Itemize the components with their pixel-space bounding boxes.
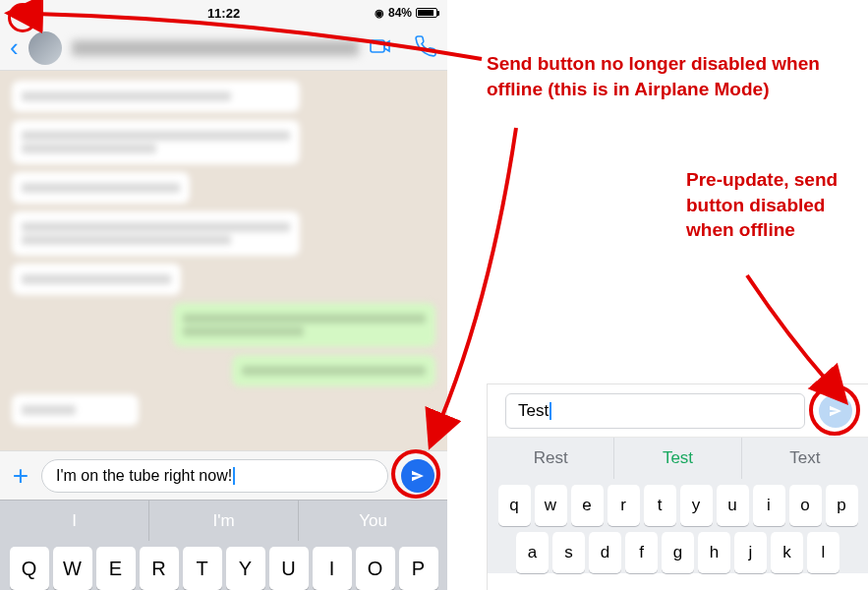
keyboard-key[interactable]: e <box>571 485 604 526</box>
chat-messages-area[interactable] <box>0 71 447 450</box>
status-bar: 11:22 ◉ 84% <box>0 0 447 26</box>
message-text: I'm on the tube right now! <box>56 467 232 485</box>
message-bubble-incoming <box>12 264 181 295</box>
keyboard-key[interactable]: O <box>356 547 395 590</box>
message-bubble-incoming <box>12 120 300 164</box>
message-bubble-incoming <box>12 81 300 112</box>
message-input-bar: Test <box>488 384 868 438</box>
keyboard-key[interactable]: r <box>608 485 640 526</box>
battery-percent: 84% <box>388 6 412 20</box>
back-button[interactable]: ‹ <box>10 32 19 63</box>
suggestion-item[interactable]: You <box>299 501 447 541</box>
keyboard: q w e r t y u i o p a s d f g h j k l <box>488 479 868 573</box>
keyboard-key[interactable]: Y <box>226 547 265 590</box>
keyboard-key[interactable]: P <box>399 547 438 590</box>
keyboard-key[interactable]: y <box>680 485 713 526</box>
contact-avatar[interactable] <box>29 31 62 65</box>
keyboard-row: Q W E R T Y U I O P <box>0 541 447 590</box>
keyboard-key[interactable]: f <box>625 532 658 573</box>
airplane-highlight-circle <box>8 3 37 32</box>
keyboard-suggestions: I I'm You <box>0 500 447 541</box>
send-highlight-circle <box>391 449 440 499</box>
keyboard-key[interactable]: u <box>717 485 749 526</box>
keyboard-key[interactable]: R <box>140 547 179 590</box>
keyboard-suggestions: Rest Test Text <box>488 438 868 479</box>
keyboard-key[interactable]: d <box>589 532 621 573</box>
voice-call-button[interactable] <box>414 34 437 62</box>
keyboard-key[interactable]: p <box>826 485 858 526</box>
annotation-text-1: Send button no longer disabled when offl… <box>487 51 850 101</box>
message-text: Test <box>518 401 549 421</box>
keyboard-key[interactable]: h <box>698 532 730 573</box>
preupdate-screenshot: Test Rest Test Text q w e r t y u i o p … <box>487 384 868 590</box>
suggestion-item[interactable]: Rest <box>488 438 614 479</box>
keyboard-key[interactable]: Q <box>10 547 49 590</box>
suggestion-item[interactable]: Text <box>742 438 868 479</box>
send-highlight-circle <box>809 384 860 436</box>
keyboard-key[interactable]: g <box>662 532 694 573</box>
message-input[interactable]: Test <box>505 393 805 429</box>
keyboard-key[interactable]: E <box>96 547 136 590</box>
keyboard-key[interactable]: I <box>313 547 352 590</box>
status-right: ◉ 84% <box>375 6 437 20</box>
status-left <box>10 5 24 22</box>
message-bubble-outgoing <box>232 355 435 386</box>
battery-icon <box>416 8 437 18</box>
keyboard-key[interactable]: s <box>552 532 585 573</box>
suggestion-item[interactable]: I <box>0 501 149 541</box>
video-call-button[interactable] <box>369 34 392 62</box>
message-bubble-incoming <box>12 211 300 256</box>
message-input[interactable]: I'm on the tube right now! <box>41 459 388 493</box>
annotation-text-2: Pre-update, send button disabled when of… <box>686 167 863 243</box>
contact-name[interactable] <box>72 40 359 56</box>
status-time: 11:22 <box>207 6 240 21</box>
message-bubble-incoming <box>12 172 190 204</box>
keyboard-key[interactable]: q <box>498 485 531 526</box>
attach-button[interactable]: + <box>8 460 33 492</box>
keyboard-key[interactable]: i <box>753 485 785 526</box>
whatsapp-chat-screen: 11:22 ◉ 84% ‹ + I'm on th <box>0 0 447 590</box>
suggestion-item[interactable]: Test <box>614 438 741 479</box>
message-bubble-incoming <box>12 394 139 426</box>
keyboard-key[interactable]: a <box>516 532 549 573</box>
keyboard-key[interactable]: l <box>807 532 839 573</box>
keyboard-key[interactable]: U <box>269 547 309 590</box>
suggestion-item[interactable]: I'm <box>149 501 299 541</box>
keyboard-key[interactable]: j <box>734 532 767 573</box>
chat-header: ‹ <box>0 26 447 71</box>
keyboard-key[interactable]: t <box>644 485 676 526</box>
keyboard-key[interactable]: W <box>53 547 92 590</box>
keyboard-key[interactable]: k <box>771 532 803 573</box>
message-bubble-outgoing <box>173 303 435 347</box>
message-input-bar: + I'm on the tube right now! <box>0 450 447 500</box>
svg-rect-0 <box>371 40 384 52</box>
keyboard-key[interactable]: o <box>789 485 822 526</box>
keyboard-key[interactable]: T <box>183 547 222 590</box>
keyboard-key[interactable]: w <box>535 485 567 526</box>
